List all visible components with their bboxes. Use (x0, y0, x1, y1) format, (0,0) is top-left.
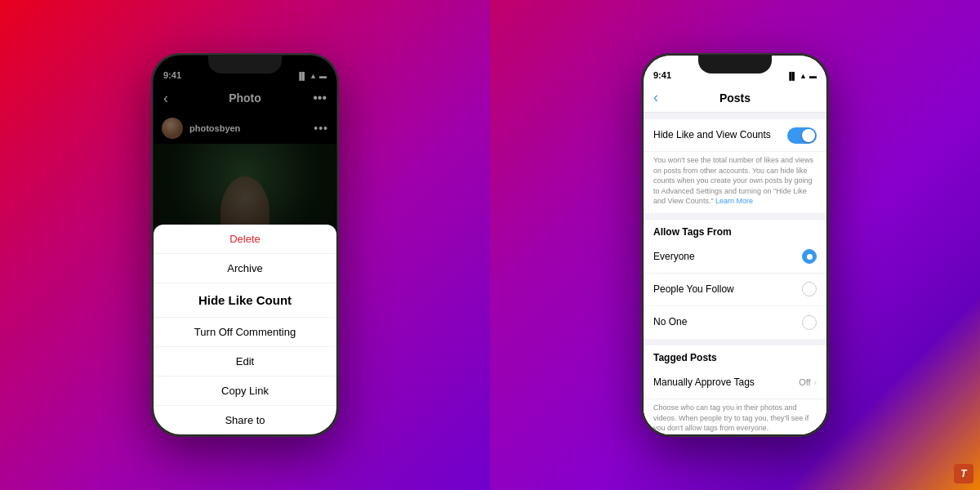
signal-icon-right: ▐▌ (786, 72, 797, 80)
copy-link-action[interactable]: Copy Link (154, 376, 336, 406)
hide-like-toggle[interactable] (787, 127, 817, 144)
right-phone: 9:41 ▐▌ ▲ ▬ ‹ Posts Hide Like and View C… (641, 53, 829, 437)
allow-tags-section: Allow Tags From Everyone People You Foll… (644, 220, 826, 339)
notch (208, 56, 282, 74)
hide-like-label: Hide Like and View Counts (653, 129, 787, 142)
people-you-follow-row[interactable]: People You Follow (644, 274, 826, 306)
manually-approve-value-group: Off › (799, 377, 817, 387)
manually-approve-label: Manually Approve Tags (653, 376, 799, 390)
toggle-thumb (802, 129, 815, 142)
notch-right (698, 56, 772, 74)
manually-approve-value: Off (799, 377, 810, 387)
chevron-icon: › (814, 378, 817, 387)
tagged-desc: Choose who can tag you in their photos a… (644, 399, 826, 434)
hide-like-section: Hide Like and View Counts You won't see … (644, 119, 826, 213)
wifi-icon-right: ▲ (800, 72, 807, 80)
manually-approve-row[interactable]: Manually Approve Tags Off › (644, 367, 826, 399)
action-sheet: Delete Archive Hide Like Count Turn Off … (154, 225, 336, 434)
settings-content: Hide Like and View Counts You won't see … (644, 113, 826, 434)
status-icons-right: ▐▌ ▲ ▬ (786, 72, 817, 80)
nav-bar-right: ‹ Posts (644, 83, 826, 113)
everyone-label: Everyone (653, 251, 802, 264)
everyone-row[interactable]: Everyone (644, 241, 826, 274)
watermark: T (954, 464, 973, 483)
nav-title-right: Posts (719, 91, 751, 105)
left-phone: 9:41 ▐▌ ▲ ▬ ‹ Photo ••• photosbyen ••• (151, 53, 339, 437)
no-one-radio[interactable] (802, 315, 817, 330)
no-one-label: No One (653, 316, 802, 329)
time-right: 9:41 (653, 70, 671, 80)
no-one-row[interactable]: No One (644, 306, 826, 339)
delete-action[interactable]: Delete (154, 225, 336, 254)
people-you-follow-label: People You Follow (653, 283, 802, 296)
people-you-follow-radio[interactable] (802, 282, 817, 296)
share-to-action[interactable]: Share to (154, 406, 336, 434)
turn-off-commenting-action[interactable]: Turn Off Commenting (154, 318, 336, 347)
edit-action[interactable]: Edit (154, 347, 336, 376)
hide-like-desc: You won't see the total number of likes … (644, 152, 826, 213)
tagged-posts-section: Tagged Posts Manually Approve Tags Off ›… (644, 345, 826, 434)
learn-more-link[interactable]: Learn More (715, 197, 753, 205)
back-button-right[interactable]: ‹ (653, 89, 658, 106)
archive-action[interactable]: Archive (154, 254, 336, 283)
battery-icon-right: ▬ (809, 72, 817, 80)
tagged-posts-header: Tagged Posts (644, 345, 826, 367)
hide-like-count-action[interactable]: Hide Like Count (154, 283, 336, 318)
everyone-radio[interactable] (802, 249, 817, 264)
hide-like-row: Hide Like and View Counts (644, 119, 826, 152)
allow-tags-header: Allow Tags From (644, 220, 826, 241)
